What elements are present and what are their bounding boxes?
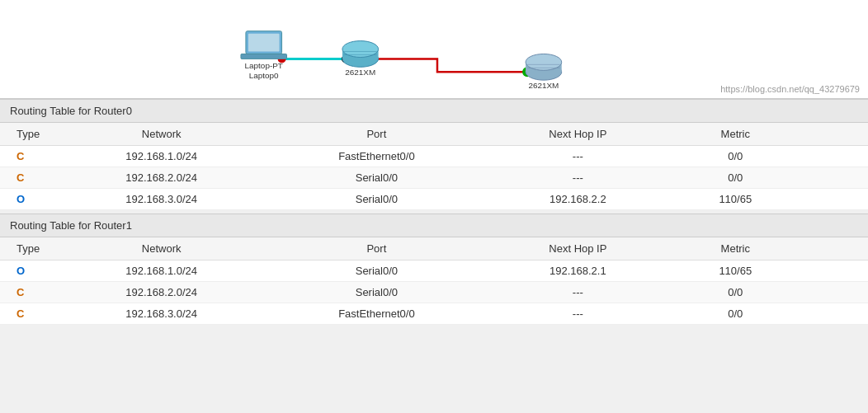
cell-nexthop: --- bbox=[487, 167, 669, 189]
router1-table-header-row: Type Network Port Next Hop IP Metric bbox=[0, 237, 868, 260]
svg-text:Laptop0: Laptop0 bbox=[249, 71, 279, 80]
router0-table-header-row: Type Network Port Next Hop IP Metric bbox=[0, 123, 868, 146]
col-network-1: Network bbox=[56, 237, 267, 260]
cell-nexthop: --- bbox=[487, 282, 669, 303]
cell-extra bbox=[802, 189, 869, 210]
cell-port: Serial0/0 bbox=[267, 189, 487, 210]
cell-network: 192.168.1.0/24 bbox=[56, 260, 267, 282]
cell-nexthop: --- bbox=[487, 303, 669, 325]
router1-header: Routing Table for Router1 bbox=[0, 214, 868, 237]
col-port-1: Port bbox=[267, 237, 487, 260]
svg-text:2621XM: 2621XM bbox=[528, 81, 559, 90]
svg-rect-6 bbox=[248, 34, 280, 52]
col-metric-0: Metric bbox=[669, 123, 801, 146]
cell-port: Serial0/0 bbox=[267, 282, 487, 303]
cell-network: 192.168.1.0/24 bbox=[56, 146, 267, 167]
cell-type: C bbox=[0, 167, 56, 189]
svg-text:Laptop-PT: Laptop-PT bbox=[245, 61, 283, 70]
cell-extra bbox=[802, 146, 869, 167]
col-type-0: Type bbox=[0, 123, 56, 146]
cell-extra bbox=[802, 260, 869, 282]
table-row: C192.168.2.0/24Serial0/0---0/0 bbox=[0, 167, 868, 189]
cell-type: O bbox=[0, 260, 56, 282]
cell-extra bbox=[802, 167, 869, 189]
col-nexthop-0: Next Hop IP bbox=[487, 123, 669, 146]
cell-port: Serial0/0 bbox=[267, 167, 487, 189]
cell-type: C bbox=[0, 146, 56, 167]
diagram-area: Laptop-PT Laptop0 2621XM 2621XM https://… bbox=[0, 0, 868, 99]
col-network-0: Network bbox=[56, 123, 267, 146]
cell-nexthop: 192.168.2.1 bbox=[487, 260, 669, 282]
cell-nexthop: --- bbox=[487, 146, 669, 167]
router0-table: Type Network Port Next Hop IP Metric C19… bbox=[0, 123, 868, 210]
col-type-1: Type bbox=[0, 237, 56, 260]
table-row: O192.168.1.0/24Serial0/0192.168.2.1110/6… bbox=[0, 260, 868, 282]
svg-rect-5 bbox=[241, 54, 287, 59]
cell-extra bbox=[802, 303, 869, 325]
cell-network: 192.168.2.0/24 bbox=[56, 282, 267, 303]
main-container: Laptop-PT Laptop0 2621XM 2621XM https://… bbox=[0, 0, 868, 413]
cell-metric: 0/0 bbox=[669, 146, 801, 167]
cell-metric: 0/0 bbox=[669, 282, 801, 303]
cell-metric: 0/0 bbox=[669, 303, 801, 325]
col-metric-1: Metric bbox=[669, 237, 801, 260]
cell-nexthop: 192.168.2.2 bbox=[487, 189, 669, 210]
tables-area: Routing Table for Router0 Type Network P… bbox=[0, 99, 868, 413]
col-port-0: Port bbox=[267, 123, 487, 146]
watermark: https://blog.csdn.net/qq_43279679 bbox=[720, 84, 860, 94]
cell-metric: 110/65 bbox=[669, 260, 801, 282]
table-row: C192.168.3.0/24FastEthernet0/0---0/0 bbox=[0, 303, 868, 325]
router0-header: Routing Table for Router0 bbox=[0, 99, 868, 123]
cell-network: 192.168.3.0/24 bbox=[56, 303, 267, 325]
cell-network: 192.168.2.0/24 bbox=[56, 167, 267, 189]
router0-section: Routing Table for Router0 Type Network P… bbox=[0, 99, 868, 210]
cell-port: FastEthernet0/0 bbox=[267, 146, 487, 167]
cell-type: C bbox=[0, 303, 56, 325]
cell-metric: 110/65 bbox=[669, 189, 801, 210]
cell-port: Serial0/0 bbox=[267, 260, 487, 282]
cell-metric: 0/0 bbox=[669, 167, 801, 189]
col-extra-1 bbox=[802, 237, 869, 260]
table-row: C192.168.1.0/24FastEthernet0/0---0/0 bbox=[0, 146, 868, 167]
cell-type: O bbox=[0, 189, 56, 210]
col-nexthop-1: Next Hop IP bbox=[487, 237, 669, 260]
table-row: C192.168.2.0/24Serial0/0---0/0 bbox=[0, 282, 868, 303]
router1-section: Routing Table for Router1 Type Network P… bbox=[0, 214, 868, 325]
cell-extra bbox=[802, 282, 869, 303]
cell-type: C bbox=[0, 282, 56, 303]
table-row: O192.168.3.0/24Serial0/0192.168.2.2110/6… bbox=[0, 189, 868, 210]
svg-text:2621XM: 2621XM bbox=[345, 68, 375, 77]
cell-network: 192.168.3.0/24 bbox=[56, 189, 267, 210]
router1-table: Type Network Port Next Hop IP Metric O19… bbox=[0, 237, 868, 325]
cell-port: FastEthernet0/0 bbox=[267, 303, 487, 325]
col-extra-0 bbox=[802, 123, 869, 146]
